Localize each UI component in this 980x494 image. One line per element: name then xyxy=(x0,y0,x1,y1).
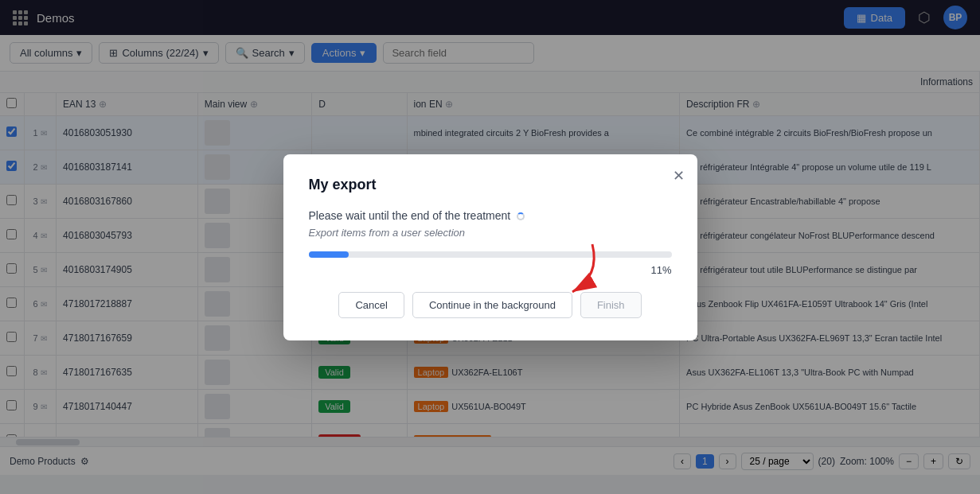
progress-bar-container xyxy=(309,251,672,258)
modal-subtitle: Export items from a user selection xyxy=(309,227,672,239)
cancel-button[interactable]: Cancel xyxy=(338,292,404,318)
continue-background-button[interactable]: Continue in the background xyxy=(412,292,572,318)
modal-title: My export xyxy=(309,177,672,193)
modal-close-button[interactable]: ✕ xyxy=(673,167,685,185)
modal-overlay: ✕ My export Please wait until the end of… xyxy=(0,0,980,494)
export-modal: ✕ My export Please wait until the end of… xyxy=(283,154,697,340)
finish-button[interactable]: Finish xyxy=(580,292,642,318)
progress-bar-fill xyxy=(309,251,349,258)
modal-actions: Cancel Continue in the background Finish xyxy=(309,292,672,318)
loading-spinner xyxy=(517,212,525,220)
modal-message: Please wait until the end of the treatme… xyxy=(309,209,672,222)
progress-label: 11% xyxy=(309,264,672,276)
